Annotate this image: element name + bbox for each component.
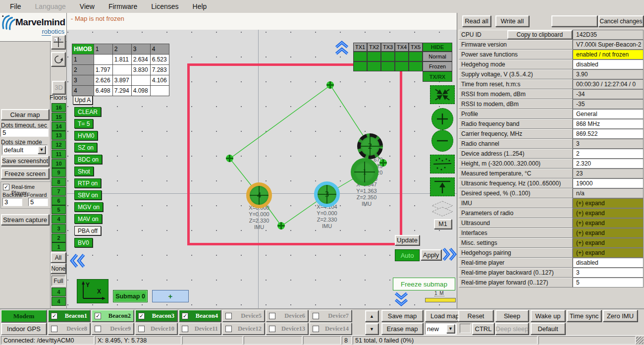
cancel-changes-button[interactable]: Cancel changes: [598, 15, 644, 27]
resize-grip-icon[interactable]: [636, 337, 644, 344]
stream-capture-button[interactable]: Stream capture: [1, 214, 49, 225]
device-toggle-device14[interactable]: Device14: [310, 323, 352, 335]
upd-a-button[interactable]: Upd A: [73, 96, 93, 105]
distance-cell[interactable]: 7.283: [150, 65, 169, 75]
ctrl-button[interactable]: CTRL: [472, 323, 494, 335]
device-toggle-device7[interactable]: Device7: [310, 310, 352, 322]
device-checkbox[interactable]: [313, 326, 319, 332]
default-button[interactable]: Default: [531, 323, 565, 335]
save-screenshot-button[interactable]: Save screenshot: [1, 156, 49, 166]
layers-button[interactable]: [430, 200, 455, 219]
device-checkbox[interactable]: [51, 313, 57, 319]
distance-cell[interactable]: 7.294: [112, 86, 131, 96]
device-checkbox[interactable]: [182, 313, 188, 319]
param-value-parameters-of-radio[interactable]: (+) expand: [573, 208, 644, 218]
tx-state-cell[interactable]: [381, 61, 395, 71]
collapse-down-icon[interactable]: [394, 291, 409, 306]
floor-button-8[interactable]: 8: [52, 177, 66, 186]
mode-button-hvm0[interactable]: HVM0: [74, 131, 98, 140]
distance-cell[interactable]: 2.634: [131, 55, 150, 65]
beacon-1-marker[interactable]: 1: [351, 158, 378, 186]
device-toggle-device10[interactable]: Device10: [135, 323, 177, 335]
param-value-interfaces[interactable]: (+) expand: [573, 228, 644, 238]
param-value-hedgehog-mode[interactable]: disabled: [573, 59, 644, 69]
distance-cell[interactable]: 6.523: [150, 55, 169, 65]
tx-state-cell[interactable]: [353, 61, 367, 71]
map-canvas[interactable]: HMOB123411.8112.6346.52321.7973.8307.283…: [67, 30, 457, 308]
distance-cell[interactable]: 3.830: [131, 65, 150, 75]
read-all-button[interactable]: Read all: [462, 15, 491, 27]
freeze-submap-button[interactable]: Freeze submap: [393, 278, 455, 290]
submap-0-button[interactable]: Submap 0: [113, 290, 148, 302]
tx-state-cell[interactable]: [367, 52, 381, 61]
mode-button-clear[interactable]: CLEAR: [74, 107, 101, 116]
device-toggle-beacon3[interactable]: Beacon3: [135, 310, 177, 322]
device-checkbox[interactable]: [269, 313, 275, 319]
mode-button-bv0[interactable]: BV0: [74, 238, 93, 247]
reset-button[interactable]: Reset: [458, 310, 493, 322]
clear-map-button[interactable]: Clear map: [1, 109, 49, 120]
distance-cell[interactable]: [112, 65, 131, 75]
device-toggle-beacon1[interactable]: Beacon1: [48, 310, 90, 322]
floor-button-9[interactable]: 9: [52, 168, 66, 177]
floor-button-5[interactable]: 5: [52, 205, 66, 214]
frozen-button[interactable]: Frozen: [423, 61, 452, 71]
floor-extra-button-1[interactable]: 4: [52, 297, 66, 306]
freeze-screen-button[interactable]: Freeze screen: [1, 168, 49, 179]
distance-cell[interactable]: 4.106: [150, 75, 169, 86]
floor-button-11[interactable]: 11: [52, 150, 66, 159]
copy-to-clipboard-button[interactable]: Copy to clipboard: [507, 30, 572, 39]
distance-cell[interactable]: 6.498: [94, 86, 112, 96]
save-map-button[interactable]: Save map: [381, 310, 423, 322]
param-value-imu[interactable]: (+) expand: [573, 198, 644, 208]
floors-none-button[interactable]: None: [51, 263, 66, 274]
param-value-real-time-player-backward-0-127-[interactable]: 3: [573, 268, 644, 278]
param-value-power-save-functions[interactable]: enabled / not frozen: [573, 50, 644, 59]
floor-button-12[interactable]: 12: [52, 140, 66, 149]
param-value-ultrasonic-frequency-hz-100-65000-[interactable]: 19000: [573, 178, 644, 188]
floor-button-4[interactable]: 4: [52, 215, 66, 224]
hide-button[interactable]: HIDE: [423, 43, 452, 52]
floor-button-14[interactable]: 14: [52, 122, 66, 131]
menu-item-licenses[interactable]: Licenses: [145, 1, 184, 11]
device-checkbox[interactable]: [225, 313, 232, 319]
device-toggle-device11[interactable]: Device11: [179, 323, 221, 335]
distance-cell[interactable]: 3.897: [112, 75, 131, 86]
forward-input[interactable]: [28, 198, 48, 206]
threed-view-button[interactable]: 3D: [52, 81, 65, 94]
submap-corner-dot[interactable]: [379, 159, 387, 167]
apply-button[interactable]: Apply: [421, 249, 441, 260]
floor-button-10[interactable]: 10: [52, 159, 66, 168]
device-toggle-device13[interactable]: Device13: [266, 323, 308, 335]
floor-button-16[interactable]: 16: [52, 103, 66, 112]
floor-button-13[interactable]: 13: [52, 131, 66, 140]
device-toggle-device9[interactable]: Device9: [92, 323, 134, 335]
dropdown-arrow-icon[interactable]: ▼: [38, 146, 46, 154]
dots-display-button[interactable]: [430, 155, 455, 173]
beacon-3-marker[interactable]: 3: [314, 181, 340, 207]
param-value-misc-settings[interactable]: (+) expand: [573, 238, 644, 248]
deep-sleep-button[interactable]: Deep sleep: [495, 323, 529, 335]
tx-state-cell[interactable]: [381, 52, 395, 61]
distance-cell[interactable]: [150, 86, 169, 96]
floor-button-2[interactable]: 2: [52, 233, 66, 242]
beacon-2-marker[interactable]: 2: [357, 133, 383, 159]
collapse-left-icon[interactable]: [70, 253, 86, 269]
distance-cell[interactable]: 1.797: [94, 65, 112, 75]
time-sync-button[interactable]: Time sync: [567, 310, 601, 322]
rotate-view-button[interactable]: [51, 52, 65, 66]
zoom-in-button[interactable]: [431, 108, 453, 130]
tx-state-cell[interactable]: [409, 61, 423, 71]
device-scroll-down-button[interactable]: ▼: [365, 323, 378, 335]
distance-cell[interactable]: 1.811: [112, 55, 131, 65]
device-checkbox[interactable]: [269, 326, 275, 332]
device-checkbox[interactable]: [225, 326, 232, 332]
submap-corner-dot[interactable]: [226, 155, 233, 162]
update-button[interactable]: Update: [395, 235, 420, 245]
param-value-profile[interactable]: General: [573, 109, 644, 119]
tx-state-cell[interactable]: [395, 61, 409, 71]
device-toggle-device6[interactable]: Device6: [266, 310, 308, 322]
menu-item-help[interactable]: Help: [187, 1, 213, 11]
param-value-hedgehogs-pairing[interactable]: (+) expand: [573, 248, 644, 258]
device-toggle-device5[interactable]: Device5: [222, 310, 265, 322]
